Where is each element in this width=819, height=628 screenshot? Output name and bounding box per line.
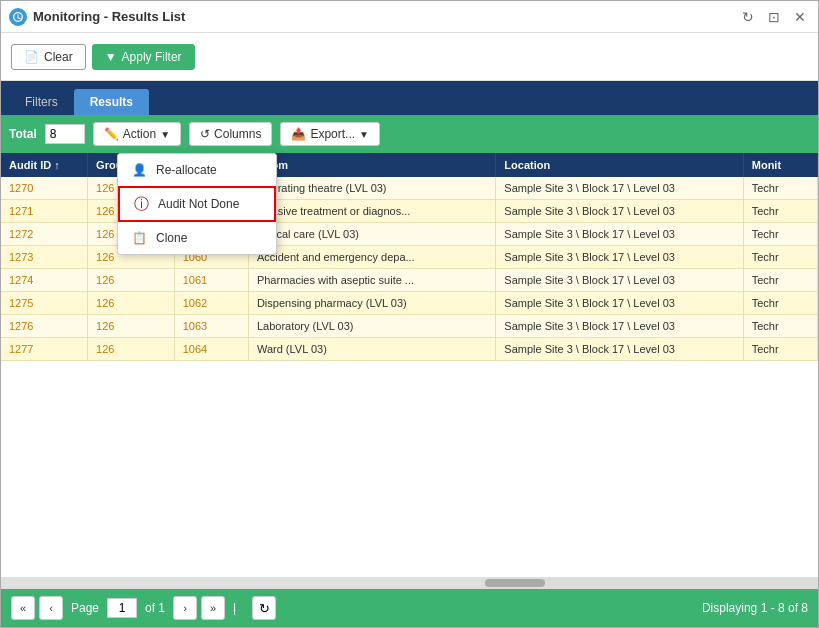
table-row[interactable]: 1275 126 1062 Dispensing pharmacy (LVL 0… [1, 292, 818, 315]
table-row[interactable]: 1276 126 1063 Laboratory (LVL 03) Sample… [1, 315, 818, 338]
cell-room: Dispensing pharmacy (LVL 03) [248, 292, 495, 315]
col-header-location[interactable]: Location [496, 153, 743, 177]
pager-next-button[interactable]: › [173, 596, 197, 620]
cell-audit-id[interactable]: 1275 [1, 292, 88, 315]
cell-audit-id[interactable]: 1274 [1, 269, 88, 292]
clone-icon: 📋 [130, 229, 148, 247]
cell-audit-id[interactable]: 1272 [1, 223, 88, 246]
action-button[interactable]: ✏️ Action ▼ [93, 122, 181, 146]
pager-refresh-button[interactable]: ↻ [252, 596, 276, 620]
cell-room: Operating theatre (LVL 03) [248, 177, 495, 200]
close-button[interactable]: ✕ [790, 7, 810, 27]
filter-icon: ▼ [105, 50, 117, 64]
main-window: Monitoring - Results List ↻ ⊡ ✕ 📄 Clear … [0, 0, 819, 628]
columns-button[interactable]: ↺ Columns [189, 122, 272, 146]
pager-first-button[interactable]: « [11, 596, 35, 620]
h-scroll-right[interactable] [481, 577, 818, 589]
app-icon [9, 8, 27, 26]
cell-moni: Techr [743, 246, 817, 269]
cell-location: Sample Site 3 \ Block 17 \ Level 03 [496, 269, 743, 292]
h-scroll-thumb[interactable] [485, 579, 545, 587]
cell-audit-id[interactable]: 1276 [1, 315, 88, 338]
cell-moni: Techr [743, 177, 817, 200]
title-bar-left: Monitoring - Results List [9, 8, 185, 26]
cell-moni: Techr [743, 338, 817, 361]
cell-location: Sample Site 3 \ Block 17 \ Level 03 [496, 292, 743, 315]
pager-separator: | [233, 601, 236, 615]
horizontal-scrollbar-container [1, 577, 818, 589]
maximize-button[interactable]: ⊡ [764, 7, 784, 27]
clear-button[interactable]: 📄 Clear [11, 44, 86, 70]
tab-results[interactable]: Results [74, 89, 149, 115]
page-input[interactable] [107, 598, 137, 618]
cell-audit-id[interactable]: 1270 [1, 177, 88, 200]
reallocate-icon: 👤 [130, 161, 148, 179]
title-bar: Monitoring - Results List ↻ ⊡ ✕ [1, 1, 818, 33]
columns-icon: ↺ [200, 127, 210, 141]
refresh-button[interactable]: ↻ [738, 7, 758, 27]
cell-id[interactable]: 1063 [174, 315, 248, 338]
dropdown-reallocate[interactable]: 👤 Re-allocate [118, 154, 276, 186]
cell-moni: Techr [743, 200, 817, 223]
cell-id[interactable]: 1064 [174, 338, 248, 361]
pager-last-button[interactable]: » [201, 596, 225, 620]
tab-bar: Filters Results [1, 81, 818, 115]
cell-room: Pharmacies with aseptic suite ... [248, 269, 495, 292]
title-controls: ↻ ⊡ ✕ [738, 7, 810, 27]
cell-audit-id[interactable]: 1277 [1, 338, 88, 361]
col-header-audit-id[interactable]: Audit ID ↑ [1, 153, 88, 177]
cell-room: Laboratory (LVL 03) [248, 315, 495, 338]
cell-location: Sample Site 3 \ Block 17 \ Level 03 [496, 315, 743, 338]
cell-location: Sample Site 3 \ Block 17 \ Level 03 [496, 177, 743, 200]
total-label: Total [9, 127, 37, 141]
cell-location: Sample Site 3 \ Block 17 \ Level 03 [496, 338, 743, 361]
cell-location: Sample Site 3 \ Block 17 \ Level 03 [496, 246, 743, 269]
cell-location: Sample Site 3 \ Block 17 \ Level 03 [496, 223, 743, 246]
total-input[interactable] [45, 124, 85, 144]
of-label: of 1 [145, 601, 165, 615]
cell-group-id[interactable]: 126 [88, 269, 175, 292]
action-edit-icon: ✏️ [104, 127, 119, 141]
cell-group-id[interactable]: 126 [88, 315, 175, 338]
audit-not-done-icon: ⓘ [132, 195, 150, 213]
window-title: Monitoring - Results List [33, 9, 185, 24]
col-header-moni: Monit [743, 153, 817, 177]
pager-prev-button[interactable]: ‹ [39, 596, 63, 620]
cell-id[interactable]: 1062 [174, 292, 248, 315]
cell-group-id[interactable]: 126 [88, 338, 175, 361]
apply-filter-button[interactable]: ▼ Apply Filter [92, 44, 195, 70]
cell-audit-id[interactable]: 1271 [1, 200, 88, 223]
action-dropdown-arrow: ▼ [160, 129, 170, 140]
pager: « ‹ Page of 1 › » | ↻ Displaying 1 - 8 o… [1, 589, 818, 627]
col-header-room[interactable]: Room [248, 153, 495, 177]
export-dropdown-arrow: ▼ [359, 129, 369, 140]
cell-room: Ward (LVL 03) [248, 338, 495, 361]
cell-moni: Techr [743, 315, 817, 338]
cell-room: Invasive treatment or diagnos... [248, 200, 495, 223]
cell-moni: Techr [743, 269, 817, 292]
displaying-text: Displaying 1 - 8 of 8 [702, 601, 808, 615]
table-row[interactable]: 1277 126 1064 Ward (LVL 03) Sample Site … [1, 338, 818, 361]
action-dropdown-menu: 👤 Re-allocate ⓘ Audit Not Done 📋 Clone [117, 153, 277, 255]
cell-room: Critical care (LVL 03) [248, 223, 495, 246]
export-icon: 📤 [291, 127, 306, 141]
page-label: Page [71, 601, 99, 615]
table-row[interactable]: 1274 126 1061 Pharmacies with aseptic su… [1, 269, 818, 292]
tab-filters[interactable]: Filters [9, 89, 74, 115]
cell-moni: Techr [743, 223, 817, 246]
export-button[interactable]: 📤 Export... ▼ [280, 122, 380, 146]
dropdown-clone[interactable]: 📋 Clone [118, 222, 276, 254]
cell-moni: Techr [743, 292, 817, 315]
cell-audit-id[interactable]: 1273 [1, 246, 88, 269]
cell-location: Sample Site 3 \ Block 17 \ Level 03 [496, 200, 743, 223]
cell-group-id[interactable]: 126 [88, 292, 175, 315]
clear-icon: 📄 [24, 50, 39, 64]
pager-left: « ‹ Page of 1 › » | ↻ [11, 596, 276, 620]
pager-right: Displaying 1 - 8 of 8 [702, 601, 808, 615]
cell-room: Accident and emergency depa... [248, 246, 495, 269]
cell-id[interactable]: 1061 [174, 269, 248, 292]
toolbar: 📄 Clear ▼ Apply Filter [1, 33, 818, 81]
action-bar: Total ✏️ Action ▼ ↺ Columns 📤 Export... … [1, 115, 818, 153]
h-scroll-left [1, 577, 481, 589]
dropdown-audit-not-done[interactable]: ⓘ Audit Not Done [118, 186, 276, 222]
